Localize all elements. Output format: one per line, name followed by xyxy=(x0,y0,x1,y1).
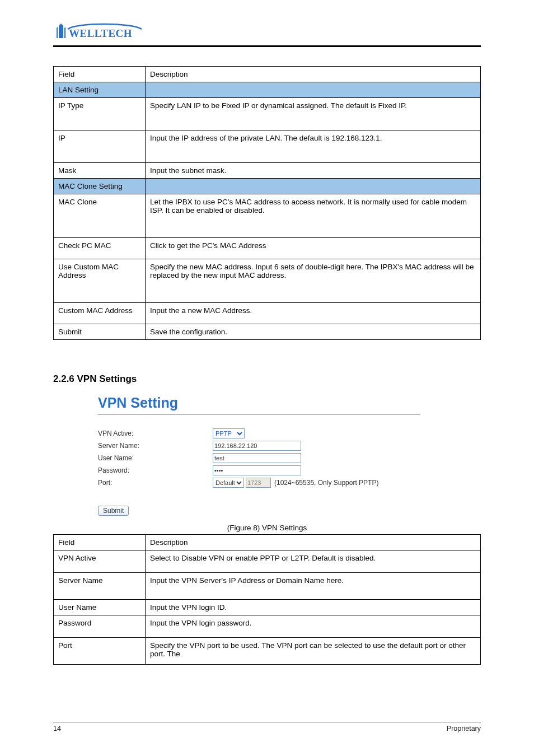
header-divider xyxy=(53,45,481,47)
table-cell: Check PC MAC xyxy=(54,238,146,259)
vpn-form: VPN Active: PPTP Server Name: User Name:… xyxy=(98,427,481,516)
table-cell: Field xyxy=(54,67,146,82)
page-footer: 14 Proprietary xyxy=(53,722,481,732)
table-cell: Custom MAC Address xyxy=(54,303,146,324)
table-cell: Let the IPBX to use PC's MAC address to … xyxy=(146,194,481,238)
table-cell: Input the VPN login ID. xyxy=(146,600,481,615)
port-value-input xyxy=(246,478,271,488)
table-cell xyxy=(146,179,481,194)
vpn-active-select[interactable]: PPTP xyxy=(213,428,245,438)
table-cell: Port xyxy=(54,638,146,665)
brand-text: WELLTECH xyxy=(69,27,132,39)
footer-label: Proprietary xyxy=(447,725,481,732)
brand-logo: WELLTECH xyxy=(53,21,143,41)
table-cell: LAN Setting xyxy=(54,82,146,98)
vpn-fields-table: FieldDescriptionVPN ActiveSelect to Disa… xyxy=(53,534,481,665)
vpn-active-label: VPN Active: xyxy=(98,430,213,437)
table-cell: Input the IP address of the private LAN.… xyxy=(146,130,481,163)
table-cell: MAC Clone xyxy=(54,194,146,238)
table-cell: Description xyxy=(146,535,481,550)
table-cell: Input the VPN Server's IP Address or Dom… xyxy=(146,573,481,600)
server-name-input[interactable] xyxy=(213,441,301,451)
section-heading: 2.2.6 VPN Settings xyxy=(53,374,481,385)
port-label: Port: xyxy=(98,479,213,487)
table-cell: Password xyxy=(54,615,146,638)
table-cell: Specify the new MAC address. Input 6 set… xyxy=(146,259,481,303)
table-cell: User Name xyxy=(54,600,146,615)
table-cell: Specify LAN IP to be Fixed IP or dynamic… xyxy=(146,98,481,130)
password-input[interactable] xyxy=(213,465,301,475)
table-cell: Save the configuration. xyxy=(146,324,481,340)
vpn-figure: VPN Setting VPN Active: PPTP Server Name… xyxy=(98,395,481,516)
table-cell xyxy=(146,82,481,98)
table-cell: Input the a new MAC Address. xyxy=(146,303,481,324)
table-cell: Specify the VPN port to be used. The VPN… xyxy=(146,638,481,665)
table-cell: Field xyxy=(54,535,146,550)
table-cell: Submit xyxy=(54,324,146,340)
table-cell: VPN Active xyxy=(54,550,146,573)
table-cell: MAC Clone Setting xyxy=(54,179,146,194)
user-name-input[interactable] xyxy=(213,453,301,463)
submit-button[interactable]: Submit xyxy=(98,506,129,516)
lan-settings-table: FieldDescriptionLAN SettingIP TypeSpecif… xyxy=(53,66,481,340)
vpn-heading: VPN Setting xyxy=(98,395,420,415)
table-cell: Mask xyxy=(54,163,146,179)
password-label: Password: xyxy=(98,466,213,474)
table-cell: IP xyxy=(54,130,146,163)
table-cell: Description xyxy=(146,67,481,82)
port-note: (1024~65535, Only Support PPTP) xyxy=(274,479,378,487)
table-cell: Input the subnet mask. xyxy=(146,163,481,179)
server-name-label: Server Name: xyxy=(98,442,213,450)
table-cell: Use Custom MAC Address xyxy=(54,259,146,303)
page-number: 14 xyxy=(53,725,61,732)
table-cell: Select to Disable VPN or enable PPTP or … xyxy=(146,550,481,573)
table-cell: Click to get the PC's MAC Address xyxy=(146,238,481,259)
user-name-label: User Name: xyxy=(98,454,213,462)
figure-caption: (Figure 8) VPN Settings xyxy=(53,524,481,532)
port-mode-select[interactable]: Default xyxy=(213,478,244,488)
table-cell: IP Type xyxy=(54,98,146,130)
table-cell: Input the VPN login password. xyxy=(146,615,481,638)
table-cell: Server Name xyxy=(54,573,146,600)
